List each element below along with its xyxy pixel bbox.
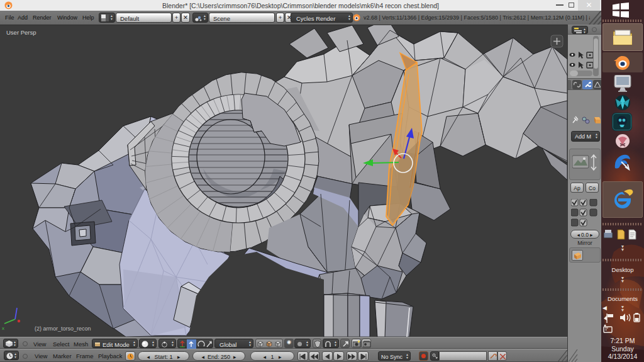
svg-text:x: x [2, 325, 4, 331]
